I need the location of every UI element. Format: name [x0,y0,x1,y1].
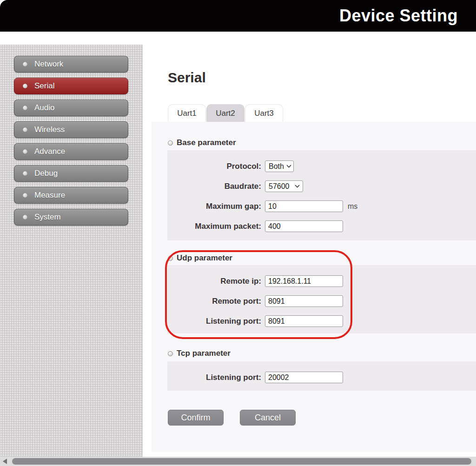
bullet-icon [23,127,27,132]
section-bullet-icon [168,256,173,261]
sidebar-item-system[interactable]: System [14,209,128,226]
udp-parameter-header: Udp parameter [168,253,232,263]
horizontal-scrollbar[interactable] [0,457,476,466]
bullet-icon [23,106,27,110]
section-bullet-icon [168,140,173,146]
section-title: Base parameter [177,138,236,147]
maximum-gap-input[interactable] [265,200,343,212]
remote-port-label: Remote port: [167,297,265,306]
protocol-select-value: Both [269,162,284,171]
uart-tabs: Uart1 Uart2 Uart3 [168,104,284,122]
maximum-gap-row: Maximum gap: ms [167,200,476,212]
page-header-title: Device Setting [339,6,458,26]
protocol-label: Protocol: [167,162,265,171]
chevron-down-icon [286,165,291,168]
sidebar-item-label: Audio [34,103,54,113]
bullet-icon [23,193,27,198]
maximum-gap-label: Maximum gap: [167,202,265,211]
baudrate-select[interactable]: 57600 [265,180,303,192]
sidebar-nav: Network Serial Audio Wireless Advance De… [0,45,143,457]
bullet-icon [23,215,27,220]
baudrate-row: Baudrate: 57600 [167,180,476,192]
chevron-down-icon [295,185,300,188]
udp-listening-port-input[interactable] [265,315,343,327]
remote-ip-label: Remote ip: [167,277,265,286]
scrollbar-thumb[interactable] [12,458,471,465]
tcp-listening-port-row: Listening port: [167,372,476,383]
tcp-listening-port-label: Listening port: [167,373,265,382]
sidebar-item-advance[interactable]: Advance [14,143,128,160]
sidebar-item-measure[interactable]: Measure [14,187,128,204]
sidebar-item-network[interactable]: Network [14,56,128,73]
sidebar-item-label: Serial [34,81,54,91]
app-header: Device Setting [0,0,476,32]
bullet-icon [23,62,27,67]
sidebar-item-label: Wireless [34,125,65,134]
sidebar-item-label: System [34,213,61,222]
bullet-icon [23,171,27,176]
remote-ip-input[interactable] [265,275,343,287]
bullet-icon [23,84,27,88]
sidebar-item-label: Measure [34,191,65,200]
protocol-select[interactable]: Both [265,160,294,172]
baudrate-select-value: 57600 [269,182,290,191]
udp-parameter-panel: Remote ip: Remote port: Listening port: [167,265,476,333]
tab-uart1[interactable]: Uart1 [168,104,206,122]
ms-unit-label: ms [348,202,357,211]
maximum-packet-input[interactable] [265,220,343,232]
section-title: Tcp parameter [177,349,231,358]
maximum-packet-label: Maximum packet: [167,222,265,231]
remote-port-input[interactable] [265,295,343,307]
baudrate-label: Baudrate: [167,182,265,191]
sidebar-item-serial[interactable]: Serial [14,78,128,94]
confirm-button[interactable]: Confirm [168,410,224,426]
sidebar-item-label: Network [34,60,63,69]
tab-uart3[interactable]: Uart3 [245,104,283,122]
base-parameter-header: Base parameter [168,138,236,147]
tcp-parameter-panel: Listening port: [167,361,476,391]
base-parameter-panel: Protocol: Both Baudrate: 57600 Maximum g… [167,150,476,240]
tcp-listening-port-input[interactable] [265,372,343,383]
protocol-row: Protocol: Both [167,160,476,172]
sidebar-item-debug[interactable]: Debug [14,165,128,182]
remote-ip-row: Remote ip: [167,275,476,287]
sidebar-item-wireless[interactable]: Wireless [14,121,128,138]
section-title: Udp parameter [177,253,232,263]
remote-port-row: Remote port: [167,295,476,307]
sidebar-item-label: Advance [34,147,65,156]
sidebar-item-label: Debug [34,169,58,178]
tab-uart2[interactable]: Uart2 [206,104,245,122]
section-bullet-icon [168,351,173,356]
page-title: Serial [168,70,206,86]
udp-listening-port-row: Listening port: [167,315,476,327]
cancel-button[interactable]: Cancel [240,410,296,426]
maximum-packet-row: Maximum packet: [167,220,476,232]
bullet-icon [23,149,27,154]
udp-listening-port-label: Listening port: [167,317,265,326]
scroll-left-arrow-icon[interactable] [3,459,7,464]
tcp-parameter-header: Tcp parameter [168,349,231,358]
sidebar-item-audio[interactable]: Audio [14,100,128,116]
